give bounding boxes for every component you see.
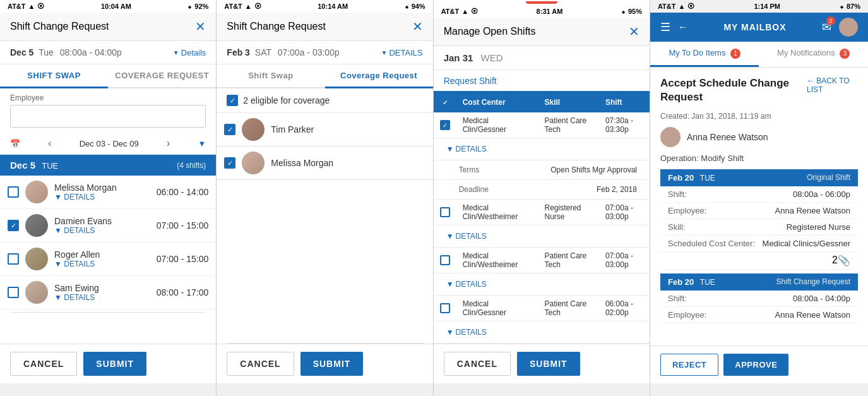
panel1-date: Dec 5 Tue 08:00a - 04:00p — [10, 47, 122, 57]
emp-name-damien: Damien Evans — [54, 216, 150, 226]
bluetooth-icon-3: ⬥ — [621, 8, 626, 15]
emp-avatar-damien — [25, 214, 48, 237]
emp-row-tim-parker: Tim Parker — [217, 113, 432, 147]
wifi-icon-1: ⦿ — [37, 3, 44, 10]
detail-user-row: Anna Renee Watson — [660, 127, 858, 147]
eligible-count: 2 eligible for coverage — [243, 95, 330, 105]
panel2-submit-button[interactable]: SUBMIT — [300, 352, 364, 376]
panel1-date-row: Dec 5 Tue 08:00a - 04:00p ▼ Details — [0, 41, 216, 64]
emp-avatar-sam — [25, 281, 48, 304]
status-bar-4: AT&T ▲ ⦿ 1:14 PM ⬥ 87% — [650, 0, 868, 13]
emp-check-tim[interactable] — [224, 124, 235, 135]
emp-check-melissa[interactable] — [8, 186, 19, 198]
tab-todo[interactable]: My To Do Items 1 — [650, 42, 759, 67]
panel3-header: Manage Open Shifts ✕ — [434, 18, 650, 46]
shift-3: 07:00a - 03:00p — [599, 248, 650, 273]
cost-center-2: Medical Clin/Westheimer — [456, 200, 538, 225]
panel1-submit-button[interactable]: SUBMIT — [83, 352, 146, 376]
panel2-header-title: Shift Change Request — [227, 21, 326, 32]
emp-check-melissa-2[interactable] — [224, 157, 235, 169]
shift-1: 07:30a - 03:30p — [599, 112, 650, 138]
emp-time-roger: 07:00 - 15:00 — [157, 254, 209, 264]
user-avatar-header[interactable] — [839, 18, 858, 37]
employee-input[interactable] — [10, 105, 206, 128]
orig-shift-field: Shift: 08:00a - 06:00p — [660, 186, 858, 203]
emp-name-melissa: Melissa Morgan — [54, 183, 150, 193]
back-arrow-button[interactable]: ← — [678, 21, 688, 33]
time-2: 10:14 AM — [318, 3, 348, 10]
panel3-submit-button[interactable]: SUBMIT — [517, 352, 580, 376]
wifi-icon-3: ⦿ — [471, 8, 478, 15]
emp-details-melissa[interactable]: ▼ DETAILS — [54, 193, 150, 201]
prev-week-button[interactable]: ‹ — [48, 138, 51, 149]
tab-shift-swap[interactable]: SHIFT SWAP — [0, 64, 108, 88]
hamburger-menu-button[interactable]: ☰ — [660, 20, 670, 34]
panel1-close-button[interactable]: ✕ — [195, 19, 206, 34]
skill-3: Patient Care Tech — [538, 248, 599, 273]
panel3-header-title: Manage Open Shifts — [444, 26, 536, 37]
signal-icon-2: ▲ — [245, 3, 252, 10]
panel1-cancel-button[interactable]: CANCEL — [10, 352, 77, 376]
col-check — [434, 92, 456, 112]
calendar-nav: 📅 ‹ Dec 03 - Dec 09 › ▼ — [0, 133, 216, 155]
panel3-close-button[interactable]: ✕ — [629, 24, 639, 39]
attachment-row: 2 📎 — [660, 252, 858, 270]
panel2-cancel-button[interactable]: CANCEL — [227, 352, 294, 376]
back-to-list-link[interactable]: ← BACK TO LIST — [807, 76, 858, 94]
detail-header-row: Accept Schedule Change Request ← BACK TO… — [660, 76, 858, 108]
approve-button[interactable]: APPROVE — [723, 354, 788, 376]
skill-4: Patient Care Tech — [538, 296, 599, 321]
day-header-date: Dec 5 TUE — [10, 160, 58, 171]
col-skill: Skill — [538, 92, 599, 112]
panel2-close-button[interactable]: ✕ — [412, 19, 423, 34]
panel1-details-link[interactable]: ▼ Details — [173, 48, 206, 57]
attachment-icon[interactable]: 📎 — [838, 255, 850, 267]
panel3-date-row: Jan 31 WED — [434, 46, 650, 70]
emp-details-roger[interactable]: ▼ DETAILS — [54, 260, 150, 268]
details-toggle-row-3[interactable]: ▼ DETAILS — [434, 273, 650, 296]
filter-icon[interactable]: ▼ — [198, 139, 206, 148]
battery-4: 87% — [847, 3, 860, 10]
panel1-screen-label: Swap Shifts — [0, 383, 216, 396]
eligible-row: 2 eligible for coverage — [217, 88, 432, 113]
emp-avatar-roger — [25, 248, 48, 270]
panel2-details-link[interactable]: ▼ DETAILS — [381, 48, 423, 57]
next-week-button[interactable]: › — [167, 138, 170, 149]
orig-employee-field: Employee: Anna Renee Watson — [660, 203, 858, 219]
detail-row-deadline: DeadlineFeb 2, 2018 — [434, 180, 650, 200]
emp-check-roger[interactable] — [8, 253, 19, 265]
carrier-4: AT&T — [658, 3, 676, 10]
emp-row-sam-ewing: Sam Ewing ▼ DETAILS 08:00 - 17:00 — [0, 276, 216, 309]
panel2-tabs: Shift Swap Coverage Request — [217, 64, 432, 88]
bluetooth-icon-2: ⬥ — [405, 3, 409, 10]
tab-notifications[interactable]: My Notifications 3 — [759, 42, 868, 67]
emp-details-damien[interactable]: ▼ DETAILS — [54, 226, 150, 235]
eligible-checkbox[interactable] — [227, 95, 238, 106]
todo-badge: 1 — [730, 49, 740, 59]
detail-operation: Operation: Modify Shift — [660, 153, 858, 163]
table-row-2: Medical Clin/Westheimer Registered Nurse… — [434, 200, 650, 225]
emp-row-melissa-morgan: Melissa Morgan ▼ DETAILS 06:00 - 14:00 — [0, 176, 216, 209]
emp-check-damien[interactable] — [8, 220, 19, 231]
calendar-icon[interactable]: 📅 — [10, 139, 20, 148]
emp-check-sam[interactable] — [8, 287, 19, 298]
panel1-header: Shift Change Request ✕ — [0, 13, 216, 41]
day-header-shifts: (4 shifts) — [177, 161, 206, 170]
tab-coverage-request[interactable]: COVERAGE REQUEST — [108, 64, 216, 87]
panel3-cancel-button[interactable]: CANCEL — [444, 352, 511, 376]
tab2-coverage-request[interactable]: Coverage Request — [325, 64, 433, 88]
cost-center-1: Medical Clin/Gessner — [456, 112, 538, 138]
emp-row-melissa-morgan-2: Melissa Morgan — [217, 147, 432, 180]
request-shift-tab[interactable]: Request Shift — [434, 70, 650, 92]
details-toggle-row-2[interactable]: ▼ DETAILS — [434, 225, 650, 248]
bluetooth-icon-4: ⬥ — [840, 3, 844, 10]
details-toggle-row-1[interactable]: ▼ DETAILS — [434, 138, 650, 160]
panel4-screen-label: Approve Changes — [650, 383, 868, 396]
emp-details-sam[interactable]: ▼ DETAILS — [54, 293, 150, 302]
detail-title: Accept Schedule Change Request — [660, 76, 807, 104]
tab2-shift-swap[interactable]: Shift Swap — [217, 64, 324, 87]
table-row-4: Medical Clin/Gessner Patient Care Tech 0… — [434, 296, 650, 321]
details-toggle-row-4[interactable]: ▼ DETAILS — [434, 321, 650, 344]
mail-icon-wrap[interactable]: ✉ 2 — [822, 20, 831, 34]
reject-button[interactable]: REJECT — [660, 354, 718, 376]
